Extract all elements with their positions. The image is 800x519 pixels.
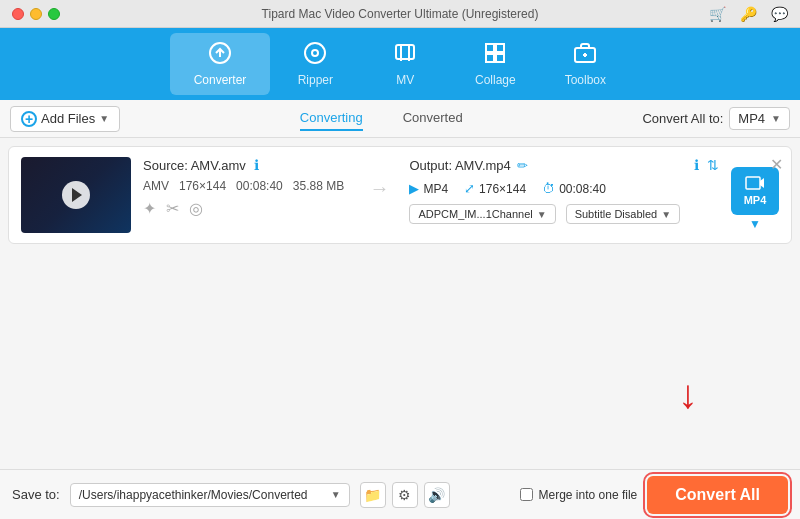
message-icon[interactable]: 💬	[771, 6, 788, 22]
mp4-badge-label: MP4	[744, 194, 767, 206]
play-button[interactable]	[62, 181, 90, 209]
save-path-select[interactable]: /Users/ihappyacethinker/Movies/Converted…	[70, 483, 350, 507]
add-files-chevron: ▼	[99, 113, 109, 124]
remove-file-button[interactable]: ✕	[770, 155, 783, 174]
file-resolution: 176×144	[179, 179, 226, 193]
folder-icon[interactable]: 📁	[360, 482, 386, 508]
file-meta: AMV 176×144 00:08:40 35.88 MB	[143, 179, 349, 193]
convert-all-button[interactable]: Convert All	[647, 476, 788, 514]
toolbox-icon	[573, 41, 597, 69]
traffic-lights	[12, 8, 60, 20]
file-info: Source: AMV.amv ℹ AMV 176×144 00:08:40 3…	[143, 157, 349, 218]
output-resolution-item: ⤢ 176×144	[464, 181, 526, 196]
add-files-label: Add Files	[41, 111, 95, 126]
plus-icon: +	[21, 111, 37, 127]
thumbnail[interactable]	[21, 157, 131, 233]
fullscreen-button[interactable]	[48, 8, 60, 20]
convert-all-to-section: Convert All to: MP4 ▼	[642, 107, 790, 130]
bottom-bar: Save to: /Users/ihappyacethinker/Movies/…	[0, 469, 800, 519]
main-content: Source: AMV.amv ℹ AMV 176×144 00:08:40 3…	[0, 138, 800, 469]
merge-checkbox[interactable]	[520, 488, 533, 501]
output-duration: 00:08:40	[559, 182, 606, 196]
output-duration-item: ⏱ 00:08:40	[542, 181, 606, 196]
output-label: Output: AMV.mp4	[409, 158, 510, 173]
output-format-item: ▶ MP4	[409, 181, 448, 196]
move-down-arrow[interactable]: ▼	[769, 190, 779, 201]
play-icon	[72, 188, 82, 202]
tab-converted[interactable]: Converted	[403, 106, 463, 131]
edit-icon[interactable]: ✏	[517, 158, 528, 173]
svg-point-2	[312, 50, 318, 56]
output-top: Output: AMV.mp4 ✏ ℹ ⇅	[409, 157, 719, 173]
output-meta-row: ▶ MP4 ⤢ 176×144 ⏱ 00:08:40	[409, 181, 719, 196]
key-icon[interactable]: 🔑	[740, 6, 757, 22]
arrow-section: →	[361, 157, 397, 200]
subtitle-dropdown[interactable]: Subtitle Disabled ▼	[566, 204, 680, 224]
convert-format-select[interactable]: MP4 ▼	[729, 107, 790, 130]
nav-ripper[interactable]: Ripper	[270, 33, 360, 95]
audio-value: ADPCM_IM...1Channel	[418, 208, 532, 220]
output-section: Output: AMV.mp4 ✏ ℹ ⇅ ▶ MP4 ⤢ 176×144	[409, 157, 719, 224]
ripper-icon	[303, 41, 327, 69]
output-dropdowns: ADPCM_IM...1Channel ▼ Subtitle Disabled …	[409, 204, 719, 224]
convert-arrow: →	[369, 177, 389, 200]
subtitle-chevron: ▼	[661, 209, 671, 220]
file-actions: ✦ ✂ ◎	[143, 199, 349, 218]
resolution-icon: ⤢	[464, 181, 475, 196]
collage-label: Collage	[475, 73, 516, 87]
source-label: Source: AMV.amv	[143, 158, 246, 173]
audio-chevron: ▼	[537, 209, 547, 220]
nav-collage[interactable]: Collage	[450, 33, 540, 95]
output-resolution: 176×144	[479, 182, 526, 196]
nav-toolbox[interactable]: Toolbox	[540, 33, 630, 95]
move-up-arrow[interactable]: ▲	[769, 177, 779, 188]
output-info-icon[interactable]: ℹ	[694, 157, 699, 173]
audio-dropdown[interactable]: ADPCM_IM...1Channel ▼	[409, 204, 555, 224]
output-settings-icon[interactable]: ⇅	[707, 157, 719, 173]
nav-bar: Converter Ripper MV Collag	[0, 28, 800, 100]
converter-icon	[208, 41, 232, 69]
speaker-icon[interactable]: 🔊	[424, 482, 450, 508]
file-item: Source: AMV.amv ℹ AMV 176×144 00:08:40 3…	[8, 146, 792, 244]
file-duration: 00:08:40	[236, 179, 283, 193]
svg-rect-6	[486, 54, 494, 62]
merge-checkbox-section: Merge into one file	[520, 488, 638, 502]
output-label-row: Output: AMV.mp4 ✏	[409, 158, 527, 173]
tab-converting[interactable]: Converting	[300, 106, 363, 131]
subtitle-value: Subtitle Disabled	[575, 208, 658, 220]
file-size: 35.88 MB	[293, 179, 344, 193]
svg-rect-11	[746, 177, 760, 189]
reorder-arrows: ▲ ▼	[769, 177, 779, 201]
settings-icon[interactable]: ✦	[143, 199, 156, 218]
mv-icon	[393, 41, 417, 69]
cart-icon[interactable]: 🛒	[709, 6, 726, 22]
badge-chevron[interactable]: ▼	[749, 217, 761, 231]
file-info-top: Source: AMV.amv ℹ	[143, 157, 349, 173]
add-files-button[interactable]: + Add Files ▼	[10, 106, 120, 132]
clock-icon: ⏱	[542, 181, 555, 196]
cut-icon[interactable]: ✂	[166, 199, 179, 218]
effects-icon[interactable]: ◎	[189, 199, 203, 218]
thumbnail-image	[21, 157, 131, 233]
svg-point-1	[305, 43, 325, 63]
file-format: AMV	[143, 179, 169, 193]
title-bar-actions: 🛒 🔑 💬	[709, 6, 788, 22]
converter-label: Converter	[194, 73, 247, 87]
nav-converter[interactable]: Converter	[170, 33, 271, 95]
save-to-label: Save to:	[12, 487, 60, 502]
window-title: Tipard Mac Video Converter Ultimate (Unr…	[262, 7, 539, 21]
save-path-chevron: ▼	[331, 489, 341, 500]
merge-label: Merge into one file	[539, 488, 638, 502]
nav-mv[interactable]: MV	[360, 33, 450, 95]
info-icon[interactable]: ℹ	[254, 157, 259, 173]
format-icon: ▶	[409, 181, 419, 196]
close-button[interactable]	[12, 8, 24, 20]
ripper-label: Ripper	[298, 73, 333, 87]
toolbar-tabs: Converting Converted	[128, 106, 634, 131]
svg-rect-5	[496, 44, 504, 52]
svg-rect-7	[496, 54, 504, 62]
settings-icon2[interactable]: ⚙	[392, 482, 418, 508]
toolbox-label: Toolbox	[565, 73, 606, 87]
minimize-button[interactable]	[30, 8, 42, 20]
mv-label: MV	[396, 73, 414, 87]
